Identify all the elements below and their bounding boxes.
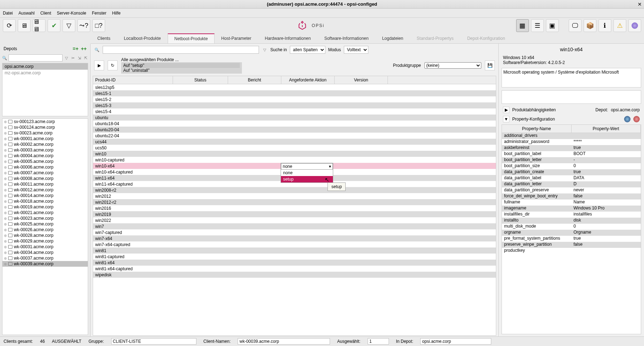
property-row[interactable]: multi_disk_mode0 xyxy=(502,224,641,230)
client-item[interactable]: ⊕wk-00034.acme.corp xyxy=(2,250,88,255)
table-row[interactable]: win2022 xyxy=(93,217,496,223)
client-item[interactable]: ⊕wk-00004.acme.corp xyxy=(2,153,88,159)
depot-field[interactable] xyxy=(420,338,491,345)
search-column-select[interactable]: allen Spalten xyxy=(290,46,325,54)
table-row[interactable]: win7-x64 xyxy=(93,235,496,241)
help2-icon[interactable]: □? xyxy=(92,19,105,32)
client-item[interactable]: ⊕wk-00008.acme.corp xyxy=(2,176,88,181)
client-item[interactable]: ⊕wk-00014.acme.corp xyxy=(2,193,88,198)
collapse-props-icon[interactable]: ▼ xyxy=(503,116,509,122)
clientname-field[interactable] xyxy=(238,338,330,345)
check-icon[interactable]: ✔ xyxy=(48,19,60,32)
client-item[interactable]: ⊕sv-000123.acme.corp xyxy=(2,119,88,124)
product-group-select[interactable]: (keine) xyxy=(424,62,481,69)
menu-fenster[interactable]: Fenster xyxy=(92,11,107,16)
property-row[interactable]: force_del_winpe_boot_entryfalse xyxy=(502,193,641,199)
depot-equals-plus-icon[interactable]: =+ xyxy=(73,46,79,52)
table-row[interactable]: win81-x64-captured xyxy=(93,266,496,272)
table-row[interactable]: ubuntu xyxy=(93,115,496,121)
filter-mini-icon[interactable]: ▽ xyxy=(64,55,69,61)
property-row[interactable]: installtodisk xyxy=(502,218,641,224)
box-icon[interactable]: 📦 xyxy=(584,19,596,32)
client-item[interactable]: ⊕wk-00039.acme.corp xyxy=(2,261,88,267)
client-item[interactable]: ⊕sv-00023.acme.corp xyxy=(2,130,88,136)
list-view-icon[interactable]: ☰ xyxy=(531,19,544,32)
client-item[interactable]: ⊕wk-00005.acme.corp xyxy=(2,159,88,164)
clients-icon[interactable]: 🖥🖥 xyxy=(33,19,45,32)
help-icon[interactable]: ⤳? xyxy=(77,19,90,32)
table-row[interactable]: win2016 xyxy=(93,205,496,211)
client-item[interactable]: ⊕wk-00029.acme.corp xyxy=(2,238,88,244)
property-row[interactable]: preserve_winpe_partitionfalse xyxy=(502,242,641,248)
filter-icon[interactable]: ▽ xyxy=(262,47,267,53)
depot-list[interactable]: opsi.acme.corpmz-opsi.acme.corp xyxy=(2,63,88,116)
table-row[interactable]: ubuntu22-04 xyxy=(93,133,496,139)
depot-plus-plus-icon[interactable]: ++ xyxy=(81,46,87,52)
globe-red-icon[interactable] xyxy=(633,116,640,122)
depot-search-input[interactable] xyxy=(9,54,63,62)
tab-clients[interactable]: Clients xyxy=(91,33,117,43)
table-row[interactable]: ubuntu20-04 xyxy=(93,127,496,133)
property-row[interactable]: fullnameName xyxy=(502,199,641,206)
close-icon[interactable]: ✕ xyxy=(638,1,642,7)
save-group-icon[interactable]: 💾 xyxy=(485,60,495,70)
property-row[interactable]: additional_drivers xyxy=(502,133,641,139)
table-row[interactable]: win10 xyxy=(93,151,496,157)
client-item[interactable]: ⊕wk-00019.acme.corp xyxy=(2,204,88,210)
property-row[interactable]: installfiles_dirinstallfiles xyxy=(502,212,641,218)
table-row[interactable]: sles15-2 xyxy=(93,96,496,102)
table-row[interactable]: win10-captured xyxy=(93,157,496,163)
property-row[interactable]: data_partition_createtrue xyxy=(502,169,641,175)
dropdown-option[interactable]: none xyxy=(281,170,333,176)
warning-icon[interactable]: ⚠ xyxy=(613,19,626,32)
client-item[interactable]: ⊕wk-00018.acme.corp xyxy=(2,198,88,204)
client-icon[interactable]: 🖥 xyxy=(18,19,31,32)
client-item[interactable]: ⊕wk-00011.acme.corp xyxy=(2,181,88,187)
table-row[interactable]: sles15-3 xyxy=(93,102,496,108)
property-row[interactable]: askbeforeinsttrue xyxy=(502,145,641,151)
tab-netboot-produkte[interactable]: Netboot-Produkte xyxy=(168,33,215,43)
table-row[interactable]: sles15-4 xyxy=(93,108,496,115)
cut-icon[interactable]: ✂ xyxy=(70,55,75,61)
search-mode-select[interactable]: Volltext xyxy=(344,46,368,54)
client-item[interactable]: ⊕wk-00025.acme.corp xyxy=(2,221,88,227)
client-item[interactable]: ⊕sv-000124.acme.corp xyxy=(2,124,88,130)
action-setup[interactable]: Auf "setup" xyxy=(123,63,240,68)
menu-server-konsole[interactable]: Server-Konsole xyxy=(57,11,86,16)
table-row[interactable]: win2019 xyxy=(93,211,496,217)
table-row[interactable]: win2008-r2 xyxy=(93,187,496,193)
client-list[interactable]: ⊕sv-000123.acme.corp⊕sv-000124.acme.corp… xyxy=(2,118,88,335)
depot-item[interactable]: mz-opsi.acme.corp xyxy=(2,70,88,76)
play-icon[interactable]: ▶ xyxy=(94,60,104,70)
selected-count-field[interactable] xyxy=(368,338,389,345)
table-row[interactable]: win7-captured xyxy=(93,229,496,235)
filter-icon[interactable]: ▽ xyxy=(63,19,75,32)
table-row[interactable]: ucs50 xyxy=(93,145,496,151)
shrink-icon[interactable]: ⇲ xyxy=(77,55,82,61)
property-row[interactable]: boot_partition_letter- xyxy=(502,157,641,163)
tab-host-parameter[interactable]: Host-Parameter xyxy=(215,33,258,43)
tab-logdateien[interactable]: Logdateien xyxy=(375,33,410,43)
client-item[interactable]: ⊕wk-00002.acme.corp xyxy=(2,142,88,147)
client-item[interactable]: ⊕wk-00003.acme.corp xyxy=(2,147,88,153)
table-row[interactable]: win81-captured xyxy=(93,254,496,260)
property-row[interactable]: pre_format_system_partitionstrue xyxy=(502,236,641,242)
client-item[interactable]: ⊕wk-00037.acme.corp xyxy=(2,255,88,261)
client-item[interactable]: ⊕wk-00031.acme.corp xyxy=(2,244,88,250)
client-item[interactable]: ⊕wk-00028.acme.corp xyxy=(2,233,88,238)
depot-item[interactable]: opsi.acme.corp xyxy=(2,63,88,70)
table-row[interactable]: ucs44 xyxy=(93,139,496,145)
table-row[interactable]: sles15-1 xyxy=(93,90,496,96)
table-row[interactable]: win7-x64-captured xyxy=(93,241,496,247)
client-item[interactable]: ⊕wk-00021.acme.corp xyxy=(2,210,88,215)
group-field[interactable] xyxy=(111,338,196,345)
reload-icon[interactable]: ⟳ xyxy=(3,19,16,32)
tab-hardware-informationen[interactable]: Hardware-Informationen xyxy=(258,33,318,43)
table-row[interactable]: sles12sp5 xyxy=(93,84,496,90)
search-icon[interactable]: 🔍 xyxy=(94,47,100,53)
table-row[interactable]: win81-x64 xyxy=(93,260,496,266)
depot-view-icon[interactable]: ▣ xyxy=(546,19,559,32)
client-item[interactable]: ⊕wk-00006.acme.corp xyxy=(2,164,88,170)
expand-icon[interactable]: ⇱ xyxy=(83,55,88,61)
property-row[interactable]: boot_partition_labelBOOT xyxy=(502,151,641,157)
